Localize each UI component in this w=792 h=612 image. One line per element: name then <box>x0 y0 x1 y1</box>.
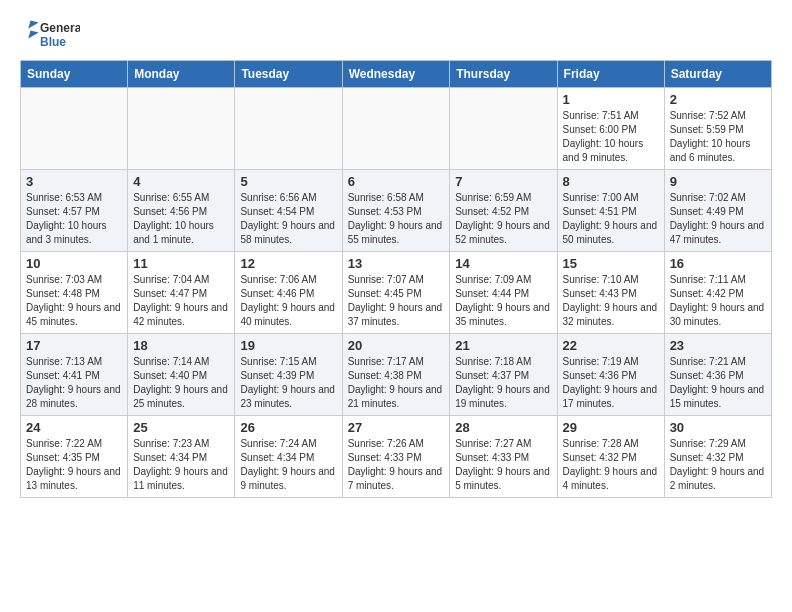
day-info: Sunrise: 7:22 AM Sunset: 4:35 PM Dayligh… <box>26 437 122 493</box>
day-number: 29 <box>563 420 659 435</box>
day-info: Sunrise: 7:11 AM Sunset: 4:42 PM Dayligh… <box>670 273 766 329</box>
day-number: 3 <box>26 174 122 189</box>
day-info: Sunrise: 7:09 AM Sunset: 4:44 PM Dayligh… <box>455 273 551 329</box>
day-info: Sunrise: 7:29 AM Sunset: 4:32 PM Dayligh… <box>670 437 766 493</box>
day-cell: 7Sunrise: 6:59 AM Sunset: 4:52 PM Daylig… <box>450 170 557 252</box>
logo: General Blue <box>20 16 80 52</box>
day-info: Sunrise: 7:27 AM Sunset: 4:33 PM Dayligh… <box>455 437 551 493</box>
day-cell: 22Sunrise: 7:19 AM Sunset: 4:36 PM Dayli… <box>557 334 664 416</box>
day-info: Sunrise: 6:59 AM Sunset: 4:52 PM Dayligh… <box>455 191 551 247</box>
day-info: Sunrise: 7:00 AM Sunset: 4:51 PM Dayligh… <box>563 191 659 247</box>
day-number: 30 <box>670 420 766 435</box>
day-cell: 8Sunrise: 7:00 AM Sunset: 4:51 PM Daylig… <box>557 170 664 252</box>
day-number: 27 <box>348 420 445 435</box>
day-info: Sunrise: 7:14 AM Sunset: 4:40 PM Dayligh… <box>133 355 229 411</box>
day-cell: 23Sunrise: 7:21 AM Sunset: 4:36 PM Dayli… <box>664 334 771 416</box>
day-number: 2 <box>670 92 766 107</box>
day-number: 1 <box>563 92 659 107</box>
calendar: SundayMondayTuesdayWednesdayThursdayFrid… <box>20 60 772 498</box>
day-info: Sunrise: 7:19 AM Sunset: 4:36 PM Dayligh… <box>563 355 659 411</box>
day-number: 13 <box>348 256 445 271</box>
header: General Blue <box>20 16 772 52</box>
week-row-3: 17Sunrise: 7:13 AM Sunset: 4:41 PM Dayli… <box>21 334 772 416</box>
day-number: 23 <box>670 338 766 353</box>
day-number: 10 <box>26 256 122 271</box>
day-cell <box>235 88 342 170</box>
calendar-header-row: SundayMondayTuesdayWednesdayThursdayFrid… <box>21 61 772 88</box>
day-cell: 20Sunrise: 7:17 AM Sunset: 4:38 PM Dayli… <box>342 334 450 416</box>
day-cell: 10Sunrise: 7:03 AM Sunset: 4:48 PM Dayli… <box>21 252 128 334</box>
day-cell: 11Sunrise: 7:04 AM Sunset: 4:47 PM Dayli… <box>128 252 235 334</box>
day-info: Sunrise: 7:52 AM Sunset: 5:59 PM Dayligh… <box>670 109 766 165</box>
col-header-monday: Monday <box>128 61 235 88</box>
day-cell: 27Sunrise: 7:26 AM Sunset: 4:33 PM Dayli… <box>342 416 450 498</box>
day-number: 7 <box>455 174 551 189</box>
svg-marker-2 <box>25 17 38 28</box>
day-number: 17 <box>26 338 122 353</box>
day-info: Sunrise: 7:21 AM Sunset: 4:36 PM Dayligh… <box>670 355 766 411</box>
day-number: 15 <box>563 256 659 271</box>
day-cell: 25Sunrise: 7:23 AM Sunset: 4:34 PM Dayli… <box>128 416 235 498</box>
day-number: 6 <box>348 174 445 189</box>
col-header-thursday: Thursday <box>450 61 557 88</box>
day-cell: 13Sunrise: 7:07 AM Sunset: 4:45 PM Dayli… <box>342 252 450 334</box>
day-number: 21 <box>455 338 551 353</box>
day-info: Sunrise: 7:26 AM Sunset: 4:33 PM Dayligh… <box>348 437 445 493</box>
day-number: 19 <box>240 338 336 353</box>
day-cell <box>342 88 450 170</box>
day-cell: 12Sunrise: 7:06 AM Sunset: 4:46 PM Dayli… <box>235 252 342 334</box>
day-cell: 21Sunrise: 7:18 AM Sunset: 4:37 PM Dayli… <box>450 334 557 416</box>
logo-svg: General Blue <box>20 16 80 52</box>
day-number: 9 <box>670 174 766 189</box>
day-cell: 5Sunrise: 6:56 AM Sunset: 4:54 PM Daylig… <box>235 170 342 252</box>
day-info: Sunrise: 7:13 AM Sunset: 4:41 PM Dayligh… <box>26 355 122 411</box>
day-number: 11 <box>133 256 229 271</box>
day-number: 24 <box>26 420 122 435</box>
day-cell: 15Sunrise: 7:10 AM Sunset: 4:43 PM Dayli… <box>557 252 664 334</box>
day-info: Sunrise: 6:55 AM Sunset: 4:56 PM Dayligh… <box>133 191 229 247</box>
day-cell <box>128 88 235 170</box>
day-cell: 28Sunrise: 7:27 AM Sunset: 4:33 PM Dayli… <box>450 416 557 498</box>
col-header-sunday: Sunday <box>21 61 128 88</box>
day-cell: 24Sunrise: 7:22 AM Sunset: 4:35 PM Dayli… <box>21 416 128 498</box>
day-info: Sunrise: 6:58 AM Sunset: 4:53 PM Dayligh… <box>348 191 445 247</box>
day-info: Sunrise: 7:17 AM Sunset: 4:38 PM Dayligh… <box>348 355 445 411</box>
day-info: Sunrise: 7:10 AM Sunset: 4:43 PM Dayligh… <box>563 273 659 329</box>
day-cell: 18Sunrise: 7:14 AM Sunset: 4:40 PM Dayli… <box>128 334 235 416</box>
day-info: Sunrise: 7:03 AM Sunset: 4:48 PM Dayligh… <box>26 273 122 329</box>
week-row-1: 3Sunrise: 6:53 AM Sunset: 4:57 PM Daylig… <box>21 170 772 252</box>
day-info: Sunrise: 7:18 AM Sunset: 4:37 PM Dayligh… <box>455 355 551 411</box>
day-cell: 2Sunrise: 7:52 AM Sunset: 5:59 PM Daylig… <box>664 88 771 170</box>
day-number: 5 <box>240 174 336 189</box>
day-cell: 19Sunrise: 7:15 AM Sunset: 4:39 PM Dayli… <box>235 334 342 416</box>
day-info: Sunrise: 7:28 AM Sunset: 4:32 PM Dayligh… <box>563 437 659 493</box>
col-header-wednesday: Wednesday <box>342 61 450 88</box>
col-header-tuesday: Tuesday <box>235 61 342 88</box>
day-number: 22 <box>563 338 659 353</box>
day-cell: 6Sunrise: 6:58 AM Sunset: 4:53 PM Daylig… <box>342 170 450 252</box>
day-info: Sunrise: 7:15 AM Sunset: 4:39 PM Dayligh… <box>240 355 336 411</box>
day-number: 18 <box>133 338 229 353</box>
day-cell <box>450 88 557 170</box>
day-cell: 3Sunrise: 6:53 AM Sunset: 4:57 PM Daylig… <box>21 170 128 252</box>
day-number: 25 <box>133 420 229 435</box>
day-number: 20 <box>348 338 445 353</box>
day-cell: 14Sunrise: 7:09 AM Sunset: 4:44 PM Dayli… <box>450 252 557 334</box>
day-cell: 26Sunrise: 7:24 AM Sunset: 4:34 PM Dayli… <box>235 416 342 498</box>
svg-text:General: General <box>40 21 80 35</box>
day-info: Sunrise: 6:53 AM Sunset: 4:57 PM Dayligh… <box>26 191 122 247</box>
day-info: Sunrise: 7:23 AM Sunset: 4:34 PM Dayligh… <box>133 437 229 493</box>
day-info: Sunrise: 7:02 AM Sunset: 4:49 PM Dayligh… <box>670 191 766 247</box>
day-cell: 4Sunrise: 6:55 AM Sunset: 4:56 PM Daylig… <box>128 170 235 252</box>
day-cell <box>21 88 128 170</box>
col-header-friday: Friday <box>557 61 664 88</box>
day-number: 4 <box>133 174 229 189</box>
day-info: Sunrise: 7:06 AM Sunset: 4:46 PM Dayligh… <box>240 273 336 329</box>
day-cell: 30Sunrise: 7:29 AM Sunset: 4:32 PM Dayli… <box>664 416 771 498</box>
day-cell: 1Sunrise: 7:51 AM Sunset: 6:00 PM Daylig… <box>557 88 664 170</box>
day-cell: 29Sunrise: 7:28 AM Sunset: 4:32 PM Dayli… <box>557 416 664 498</box>
day-number: 8 <box>563 174 659 189</box>
svg-text:Blue: Blue <box>40 35 66 49</box>
week-row-0: 1Sunrise: 7:51 AM Sunset: 6:00 PM Daylig… <box>21 88 772 170</box>
day-number: 28 <box>455 420 551 435</box>
